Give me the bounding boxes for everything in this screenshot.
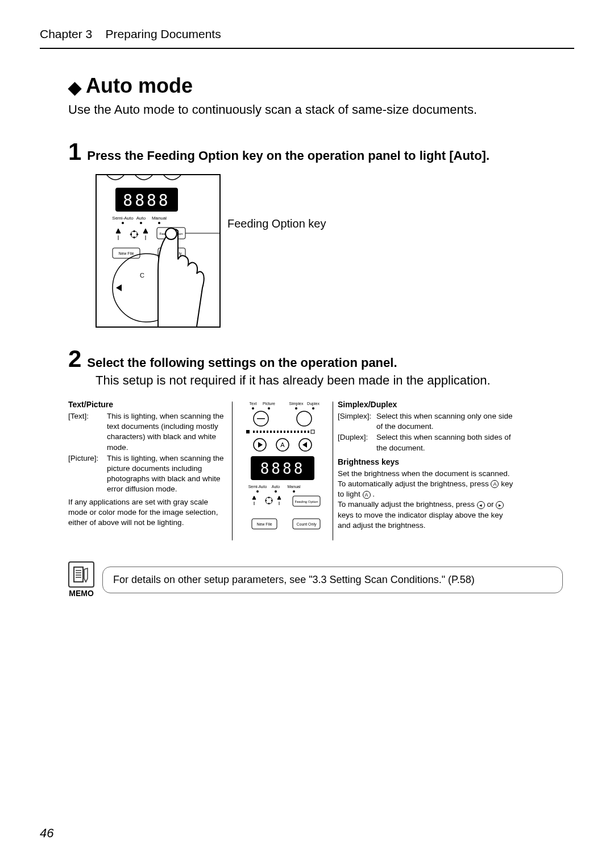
text-picture-title: Text/Picture [68, 399, 227, 410]
svg-rect-46 [308, 431, 309, 433]
operation-panel-illustration: 8888 Semi-Auto Auto Manual [96, 174, 221, 328]
divider-line [232, 402, 233, 540]
svg-rect-35 [270, 431, 272, 433]
simplex-duplex-title: Simplex/Duplex [338, 399, 514, 410]
svg-point-24 [312, 407, 314, 410]
left-key-icon: ◂ [477, 501, 485, 509]
brightness-desc-1: Set the brightness when the document is … [338, 469, 514, 479]
svg-point-56 [256, 490, 259, 493]
svg-text:8888: 8888 [260, 460, 305, 477]
svg-point-22 [268, 407, 270, 410]
svg-text:Duplex: Duplex [307, 402, 320, 406]
svg-rect-37 [277, 431, 279, 433]
svg-rect-29 [311, 430, 314, 433]
svg-text:Picture: Picture [263, 402, 275, 406]
chapter-title: Preparing Documents [106, 27, 221, 40]
svg-point-27 [297, 411, 312, 426]
svg-point-58 [293, 490, 295, 493]
svg-point-5 [158, 222, 160, 224]
svg-text:Simplex: Simplex [289, 402, 304, 406]
manual-label: Manual [152, 216, 167, 221]
svg-rect-32 [260, 431, 262, 433]
svg-rect-39 [284, 431, 285, 433]
figure-operation-panel-hand: 8888 Semi-Auto Auto Manual [96, 174, 563, 330]
diamond-icon: ◆ [68, 77, 81, 97]
step-body: This setup is not required if it has alr… [96, 373, 563, 388]
memo-icon [68, 561, 94, 588]
callout-feeding-option: Feeding Option key [227, 217, 326, 230]
svg-point-15 [165, 228, 177, 239]
svg-rect-31 [256, 431, 258, 433]
svg-rect-28 [246, 430, 250, 433]
operation-panel-small: Text Picture Simplex Duplex [237, 399, 328, 542]
page-number: 46 [40, 826, 53, 841]
step-title: Select the following settings on the ope… [87, 356, 397, 370]
step-2: 2 Select the following settings on the o… [68, 347, 563, 544]
semi-auto-label: Semi-Auto [112, 216, 134, 221]
svg-rect-43 [297, 431, 299, 433]
svg-rect-41 [291, 431, 292, 433]
right-key-icon: ▸ [496, 501, 504, 509]
divider-line [333, 402, 333, 540]
svg-point-21 [252, 407, 254, 410]
brightness-title: Brightness keys [338, 457, 514, 468]
svg-rect-44 [301, 431, 302, 433]
svg-text:Feeding Option: Feeding Option [294, 500, 318, 503]
def-text: [Text]: This is lighting, when scanning … [68, 411, 227, 453]
def-picture: [Picture]: This is lighting, when scanni… [68, 453, 227, 495]
svg-rect-36 [273, 431, 275, 433]
svg-rect-34 [267, 431, 268, 433]
svg-rect-45 [304, 431, 306, 433]
svg-point-57 [275, 490, 277, 493]
step-number: 2 [68, 347, 81, 371]
text-picture-note: If any applications are set with gray sc… [68, 497, 227, 528]
step-number: 1 [68, 140, 81, 164]
svg-text:A: A [280, 441, 285, 448]
brightness-desc-2: To automatically adjust the brightness, … [338, 479, 514, 499]
svg-text:Text: Text [250, 402, 257, 406]
svg-text:8888: 8888 [123, 191, 170, 210]
svg-text:New File: New File [118, 251, 134, 255]
svg-text:Auto: Auto [272, 485, 280, 489]
section-intro: Use the Auto mode to continuously scan a… [68, 102, 563, 117]
svg-point-4 [140, 222, 142, 224]
chapter-label: Chapter 3 [40, 27, 92, 40]
figure-settings-diagram: Text/Picture [Text]: This is lighting, w… [68, 399, 563, 544]
svg-point-3 [122, 222, 124, 224]
section-title-text: Auto mode [86, 74, 193, 97]
svg-text:Manual: Manual [288, 485, 301, 489]
svg-text:Semi-Auto: Semi-Auto [248, 485, 267, 489]
svg-text:New File: New File [256, 522, 272, 526]
svg-rect-38 [280, 431, 282, 433]
svg-text:Count Only: Count Only [296, 522, 317, 527]
section-title: ◆Auto mode [68, 74, 563, 98]
svg-rect-66 [74, 567, 83, 582]
memo-label: MEMO [68, 589, 94, 598]
svg-rect-40 [287, 431, 289, 433]
step-title: Press the Feeding Option key on the oper… [87, 148, 489, 163]
def-duplex: [Duplex]: Select this when scanning both… [338, 432, 514, 453]
a-key-icon: A [363, 491, 371, 499]
svg-rect-30 [253, 431, 255, 433]
svg-rect-42 [294, 431, 296, 433]
svg-text:C: C [140, 272, 144, 279]
step-1: 1 Press the Feeding Option key on the op… [68, 140, 563, 330]
memo-box: MEMO For details on other setup paramete… [68, 561, 563, 598]
brightness-desc-3: To manually adjust the brightness, press… [338, 499, 514, 531]
svg-point-23 [295, 407, 297, 410]
hand-icon [158, 228, 204, 326]
svg-rect-33 [263, 431, 265, 433]
auto-label: Auto [136, 216, 146, 221]
a-key-icon: A [491, 480, 499, 488]
memo-text: For details on other setup parameters, s… [102, 567, 563, 593]
def-simplex: [Simplex]: Select this when scanning onl… [338, 411, 514, 432]
page-header: Chapter 3 Preparing Documents [40, 27, 574, 49]
